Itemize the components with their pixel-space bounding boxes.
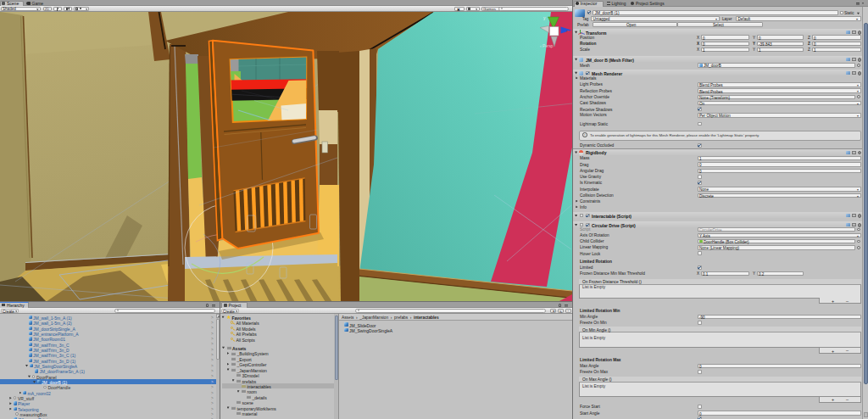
svg-text:‹ Persp: ‹ Persp [540, 44, 554, 48]
